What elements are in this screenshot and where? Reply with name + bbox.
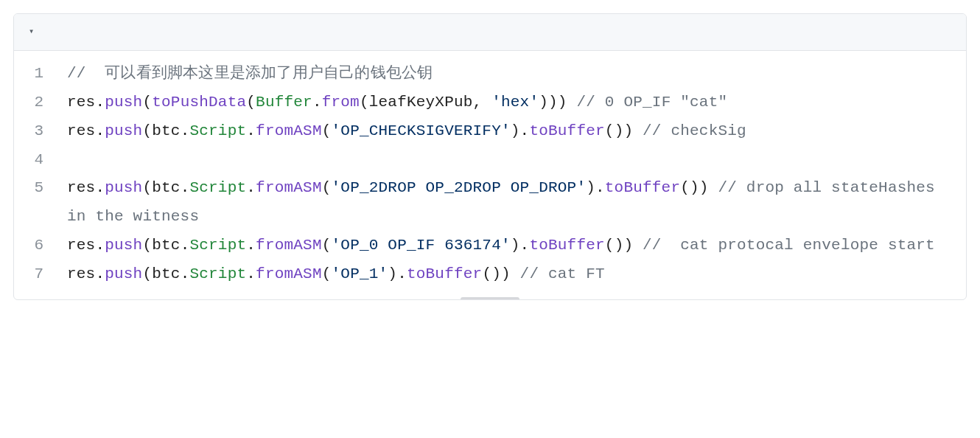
code-token <box>567 94 577 111</box>
code-token: 'OP_0 OP_IF 636174' <box>332 237 511 254</box>
code-token: ( <box>360 94 369 111</box>
code-token: . <box>595 179 605 196</box>
code-token: toPushData <box>152 94 246 111</box>
code-line: 4 <box>14 146 966 175</box>
code-token: // cat FT <box>520 265 605 282</box>
line-number: 5 <box>14 174 67 203</box>
code-token: fromASM <box>256 179 322 196</box>
code-token: . <box>95 94 105 111</box>
code-token: . <box>520 237 530 254</box>
code-token: . <box>181 179 190 196</box>
code-token: push <box>105 237 142 254</box>
code-content[interactable]: res.push(btc.Script.fromASM('OP_CHECKSIG… <box>67 117 947 146</box>
code-content[interactable]: // 可以看到脚本这里是添加了用户自己的钱包公钥 <box>67 60 947 88</box>
code-token: ( <box>322 122 332 139</box>
code-token: // 可以看到脚本这里是添加了用户自己的钱包公钥 <box>67 65 433 82</box>
code-token: ))) <box>539 94 567 111</box>
code-token: . <box>397 265 407 282</box>
code-token: btc <box>152 265 180 282</box>
code-block-container: ▾ 1// 可以看到脚本这里是添加了用户自己的钱包公钥2res.push(toP… <box>13 13 967 300</box>
code-token: res <box>67 265 95 282</box>
code-token: ) <box>388 265 397 282</box>
code-token: . <box>246 122 256 139</box>
code-token: ()) <box>680 179 708 196</box>
code-token: push <box>105 179 142 196</box>
code-content[interactable]: res.push(btc.Script.fromASM('OP_0 OP_IF … <box>67 232 947 260</box>
code-line: 1// 可以看到脚本这里是添加了用户自己的钱包公钥 <box>14 60 966 88</box>
code-token: . <box>181 265 190 282</box>
code-token: toBuffer <box>529 237 604 254</box>
code-token: . <box>246 237 256 254</box>
code-token: ( <box>322 265 332 282</box>
code-token: leafKeyXPub <box>369 94 473 111</box>
code-token: 'OP_1' <box>332 265 388 282</box>
code-token: Script <box>189 179 246 196</box>
code-content[interactable]: res.push(btc.Script.fromASM('OP_1').toBu… <box>67 260 947 289</box>
code-token: 'OP_CHECKSIGVERIFY' <box>332 122 511 139</box>
code-token: ( <box>142 122 152 139</box>
code-content[interactable]: res.push(toPushData(Buffer.from(leafKeyX… <box>67 88 947 117</box>
code-token: fromASM <box>256 237 322 254</box>
code-token: // checkSig <box>643 122 746 139</box>
code-token: . <box>520 122 530 139</box>
code-token <box>633 237 643 254</box>
code-token: fromASM <box>256 122 322 139</box>
code-token <box>709 179 718 196</box>
code-token: . <box>95 179 105 196</box>
code-token: // 0 OP_IF "cat" <box>576 94 727 111</box>
code-line: 3res.push(btc.Script.fromASM('OP_CHECKSI… <box>14 117 966 146</box>
code-token: 'OP_2DROP OP_2DROP OP_DROP' <box>332 179 587 196</box>
line-number: 1 <box>14 60 67 88</box>
code-token: // cat protocal envelope start <box>643 237 935 254</box>
code-token: Script <box>189 122 246 139</box>
code-line: 6res.push(btc.Script.fromASM('OP_0 OP_IF… <box>14 232 966 260</box>
code-token: res <box>67 179 95 196</box>
code-token: res <box>67 122 95 139</box>
code-token: ) <box>586 179 595 196</box>
code-token: . <box>312 94 322 111</box>
code-token <box>511 265 520 282</box>
code-token: , <box>473 94 492 111</box>
code-token: from <box>322 94 360 111</box>
code-token: toBuffer <box>529 122 604 139</box>
line-number: 4 <box>14 146 67 175</box>
code-token: ( <box>142 237 152 254</box>
code-token: . <box>246 265 256 282</box>
code-line: 5res.push(btc.Script.fromASM('OP_2DROP O… <box>14 174 966 232</box>
code-token: btc <box>152 122 180 139</box>
code-token: push <box>105 94 142 111</box>
line-number: 2 <box>14 88 67 117</box>
code-token: toBuffer <box>407 265 482 282</box>
code-token: ( <box>142 179 152 196</box>
code-content[interactable]: res.push(btc.Script.fromASM('OP_2DROP OP… <box>67 174 947 232</box>
scroll-indicator[interactable] <box>461 297 519 300</box>
code-token: 'hex' <box>491 94 539 111</box>
code-token: res <box>67 237 95 254</box>
code-toolbar: ▾ <box>14 14 966 51</box>
line-number: 7 <box>14 260 67 289</box>
code-token: btc <box>152 237 180 254</box>
code-token: ()) <box>605 237 633 254</box>
code-token: ( <box>246 94 256 111</box>
code-token: . <box>246 179 256 196</box>
chevron-down-icon[interactable]: ▾ <box>29 24 34 40</box>
code-token: btc <box>152 179 180 196</box>
line-number: 6 <box>14 232 67 260</box>
code-token: . <box>181 122 190 139</box>
code-token <box>633 122 643 139</box>
code-token: Buffer <box>256 94 312 111</box>
code-body: 1// 可以看到脚本这里是添加了用户自己的钱包公钥2res.push(toPus… <box>14 51 966 299</box>
code-token: . <box>95 237 105 254</box>
code-token: ( <box>142 94 152 111</box>
code-token: Script <box>189 237 246 254</box>
code-token: ( <box>322 179 332 196</box>
code-token: . <box>95 265 105 282</box>
code-token: ()) <box>482 265 510 282</box>
code-line: 7res.push(btc.Script.fromASM('OP_1').toB… <box>14 260 966 289</box>
code-token: ) <box>511 237 520 254</box>
code-token: res <box>67 94 95 111</box>
line-number: 3 <box>14 117 67 146</box>
code-token: ()) <box>605 122 633 139</box>
code-token: ( <box>322 237 332 254</box>
code-line: 2res.push(toPushData(Buffer.from(leafKey… <box>14 88 966 117</box>
